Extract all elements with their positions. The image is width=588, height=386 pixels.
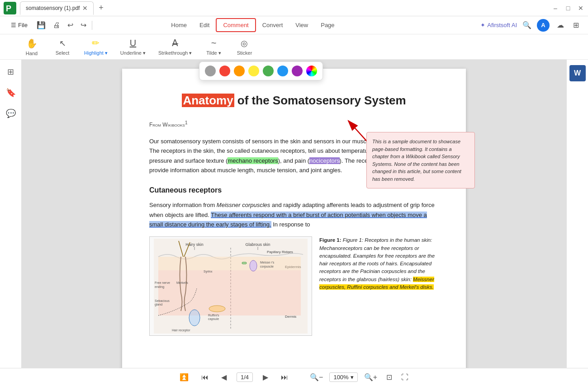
sticker-tool[interactable]: ◎ Sticker xyxy=(231,37,258,57)
menu-comment[interactable]: Comment xyxy=(216,18,256,32)
document-title: Anatomy of the Somatosensory System xyxy=(149,91,439,110)
select-icon: ↖ xyxy=(59,38,66,48)
select-label: Select xyxy=(56,50,70,56)
nav-prev-button[interactable]: ◀ xyxy=(218,371,229,383)
color-green[interactable] xyxy=(263,66,274,76)
undo-icon[interactable]: ↩ xyxy=(66,19,75,31)
color-orange[interactable] xyxy=(234,66,245,76)
document-area[interactable]: Anatomy of the Somatosensory System From… xyxy=(22,60,566,368)
quick-actions: 💾 🖨 ↩ ↪ xyxy=(35,19,88,31)
active-tab[interactable]: somatosensory (1).pdf ✕ xyxy=(20,1,94,15)
menu-page[interactable]: Page xyxy=(314,19,341,31)
maximize-button[interactable]: □ xyxy=(564,5,572,12)
mechanoreceptors-highlight: mechano receptors xyxy=(228,157,278,164)
nav-first-button[interactable]: ⏫ xyxy=(177,371,191,383)
body-p1c: ), and pain ( xyxy=(278,157,309,164)
bookmark-icon[interactable]: 🔖 xyxy=(4,86,18,99)
hand-tool[interactable]: ✋ Hand xyxy=(18,36,45,58)
toolbar: ✋ Hand ↖ Select ✏ Highlight ▾ U Underlin… xyxy=(0,34,588,60)
color-red[interactable] xyxy=(219,66,230,76)
user-avatar[interactable]: A xyxy=(537,19,550,32)
color-purple[interactable] xyxy=(292,66,303,76)
color-gray[interactable] xyxy=(205,66,216,76)
hand-icon: ✋ xyxy=(26,38,38,49)
source-sup: 1 xyxy=(185,120,188,125)
print-icon[interactable]: 🖨 xyxy=(51,19,62,31)
svg-point-27 xyxy=(209,306,225,312)
highlight-label: Highlight ▾ xyxy=(84,50,108,56)
layout-icon[interactable]: ⊞ xyxy=(571,19,581,31)
color-yellow[interactable] xyxy=(248,66,259,76)
new-tab-button[interactable]: + xyxy=(95,3,106,14)
zoom-value[interactable]: 100% ▾ xyxy=(329,372,357,382)
color-blue[interactable] xyxy=(277,66,288,76)
window-controls: – □ ✕ xyxy=(552,5,584,12)
save-icon[interactable]: 💾 xyxy=(35,19,47,31)
source-text: From Wikibooks xyxy=(149,122,185,128)
svg-text:Syrinx: Syrinx xyxy=(204,270,213,273)
strikethrough-tool[interactable]: A̶ Strikethrough ▾ xyxy=(154,36,196,58)
close-button[interactable]: ✕ xyxy=(577,5,584,12)
thumbnail-icon[interactable]: ⊞ xyxy=(5,65,16,79)
tab-close-button[interactable]: ✕ xyxy=(82,5,88,12)
title-rest: of the Somatosensory System xyxy=(234,94,406,107)
ai-label: Afirstsoft AI xyxy=(487,22,517,28)
svg-point-17 xyxy=(250,260,257,271)
menu-home[interactable]: Home xyxy=(165,19,193,31)
zoom-out-button[interactable]: 🔍− xyxy=(307,371,326,383)
zoom-in-button[interactable]: 🔍+ xyxy=(361,371,380,383)
fit-page-button[interactable]: ⊡ xyxy=(384,371,395,383)
tabs-area: somatosensory (1).pdf ✕ + xyxy=(20,1,552,15)
body-paragraph-2: Sensory information from Meissner corpus… xyxy=(149,200,439,229)
minimize-button[interactable]: – xyxy=(552,5,559,12)
svg-text:Hair receptor: Hair receptor xyxy=(172,329,190,332)
select-tool[interactable]: ↖ Select xyxy=(49,37,76,57)
left-sidebar: ⊞ 🔖 💬 xyxy=(0,60,22,368)
ai-button[interactable]: ✦ Afirstsoft AI xyxy=(480,22,517,28)
menu-edit[interactable]: Edit xyxy=(193,19,216,31)
nociceptors-highlight: nociceptors xyxy=(309,157,339,164)
figure-image: Hairy skin Glabrous skin Papillary Ridge… xyxy=(149,236,312,336)
file-menu[interactable]: ☰ File xyxy=(7,20,31,30)
svg-text:Glabrous skin: Glabrous skin xyxy=(245,242,270,247)
menu-view[interactable]: View xyxy=(289,19,314,31)
title-highlight-word: Anatomy xyxy=(182,94,234,107)
main-area: ⊞ 🔖 💬 Anatomy of the Somatosensory Syste… xyxy=(0,60,588,368)
app-logo: P xyxy=(4,2,16,14)
highlight-icon: ✏ xyxy=(92,38,100,48)
svg-text:P: P xyxy=(6,4,11,13)
zoom-percent: 100% xyxy=(333,374,348,381)
zoom-dropdown-arrow: ▾ xyxy=(351,374,354,381)
word-export-button[interactable]: W xyxy=(569,65,586,81)
document-source: From Wikibooks1 xyxy=(149,119,439,129)
annotation-text: This is a sample document to showcase pa… xyxy=(372,139,461,182)
cloud-icon[interactable]: ☁ xyxy=(555,19,566,31)
zoom-area: 🔍− 100% ▾ 🔍+ ⊡ ⛶ xyxy=(307,371,411,383)
svg-text:Meisse r's: Meisse r's xyxy=(260,261,275,264)
search-button[interactable]: 🔍 xyxy=(522,21,531,29)
nav-last-button[interactable]: ⏭ xyxy=(278,372,291,383)
menu-right-area: ✦ Afirstsoft AI 🔍 A ☁ ⊞ xyxy=(480,19,581,32)
nav-next-button[interactable]: ▶ xyxy=(260,371,271,383)
comment-sidebar-icon[interactable]: 💬 xyxy=(4,107,18,120)
menu-convert[interactable]: Convert xyxy=(256,19,289,31)
tilde-tool[interactable]: ~ Tilde ▾ xyxy=(200,36,227,58)
annotation-box: This is a sample document to showcase pa… xyxy=(366,132,475,188)
underline-icon: U xyxy=(130,38,136,48)
hamburger-icon: ☰ xyxy=(11,22,16,28)
right-sidebar: W xyxy=(566,60,588,368)
redo-icon[interactable]: ↪ xyxy=(79,19,88,31)
color-rainbow[interactable] xyxy=(306,66,317,76)
tilde-label: Tilde ▾ xyxy=(206,50,221,56)
page-indicator[interactable]: 1/4 xyxy=(237,372,253,382)
underline-tool[interactable]: U Underline ▾ xyxy=(116,36,150,58)
svg-text:Ruffini's: Ruffini's xyxy=(208,314,219,317)
svg-text:corpuscle: corpuscle xyxy=(260,265,274,268)
figure-area: Hairy skin Glabrous skin Papillary Ridge… xyxy=(149,236,439,336)
menubar: ☰ File 💾 🖨 ↩ ↪ Home Edit Comment Convert… xyxy=(0,16,588,34)
strikethrough-icon: A̶ xyxy=(172,38,178,48)
highlight-tool[interactable]: ✏ Highlight ▾ xyxy=(80,36,112,58)
svg-rect-20 xyxy=(242,262,247,264)
nav-prev-prev-button[interactable]: ⏮ xyxy=(199,372,211,383)
fullscreen-button[interactable]: ⛶ xyxy=(398,372,411,383)
